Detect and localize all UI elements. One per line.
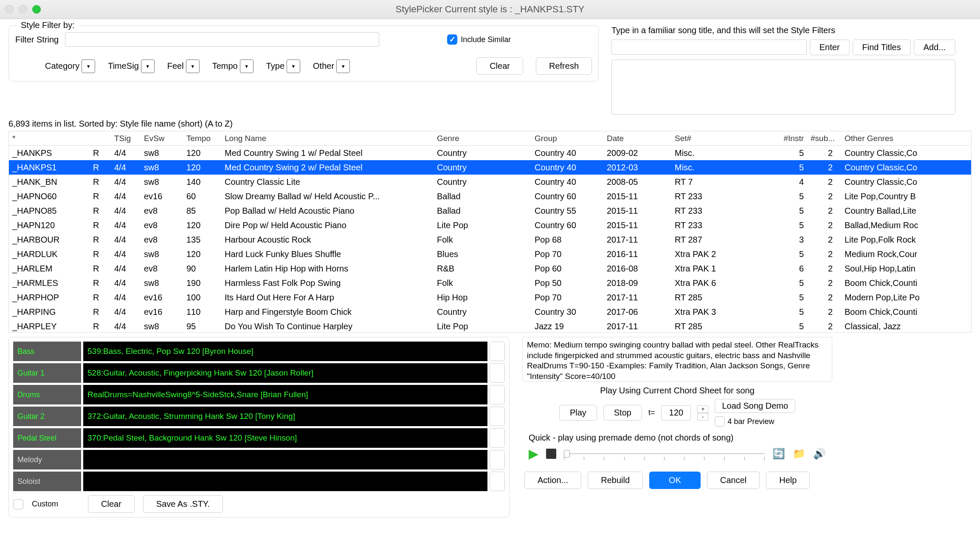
cancel-button[interactable]: Cancel: [707, 472, 760, 489]
include-similar-checkbox[interactable]: [447, 34, 457, 45]
table-row[interactable]: _HARPHOPR4/4ev16100Its Hard Out Here For…: [9, 290, 971, 305]
four-bar-checkbox[interactable]: [715, 416, 725, 427]
feel-dropdown[interactable]: [186, 59, 200, 73]
save-as-sty-button[interactable]: Save As .STY.: [143, 495, 223, 513]
track-value[interactable]: [83, 472, 487, 491]
song-title-input[interactable]: [611, 40, 807, 55]
song-results-textarea[interactable]: [611, 59, 955, 115]
play-current-label: Play Using Current Chord Sheet for song: [522, 386, 832, 396]
table-row[interactable]: _HANKPS1R4/4sw8120Med Country Swing 2 w/…: [9, 160, 971, 175]
folder-icon[interactable]: 📁: [793, 448, 805, 460]
table-row[interactable]: _HARPLEYR4/4sw895Do You Wish To Continue…: [9, 319, 971, 333]
tempo-input[interactable]: [661, 405, 691, 421]
table-row[interactable]: _HARBOURR4/4ev8135Harbour Acoustic RockF…: [9, 232, 971, 247]
track-row: Guitar 2372:Guitar, Acoustic, Strumming …: [13, 407, 505, 426]
track-label[interactable]: Guitar 1: [13, 363, 81, 383]
four-bar-label: 4 bar Preview: [727, 417, 774, 426]
ok-button[interactable]: OK: [649, 472, 701, 489]
table-row[interactable]: _HAPNO85R4/4ev885Pop Ballad w/ Held Acou…: [9, 204, 971, 218]
table-row[interactable]: _HARDLUKR4/4sw8120Hard Luck Funky Blues …: [9, 247, 971, 261]
play-icon[interactable]: ▶: [529, 446, 538, 461]
category-dropdown[interactable]: [82, 59, 95, 73]
track-value[interactable]: 370:Pedal Steel, Background Hank Sw 120 …: [83, 428, 487, 448]
table-row[interactable]: _HAPNO60R4/4ev1660Slow Dreamy Ballad w/ …: [9, 189, 971, 204]
track-row: Pedal Steel370:Pedal Steel, Background H…: [13, 428, 505, 448]
track-box[interactable]: [490, 472, 505, 491]
find-titles-button[interactable]: Find Titles: [853, 40, 911, 55]
stop-icon[interactable]: [546, 449, 556, 459]
track-label[interactable]: Bass: [13, 342, 81, 361]
tempo-up-button[interactable]: +: [697, 405, 708, 413]
table-row[interactable]: _HANK_BNR4/4sw8140Country Classic LiteCo…: [9, 175, 971, 189]
tempo-dropdown[interactable]: [240, 59, 253, 73]
refresh-button[interactable]: Refresh: [536, 57, 592, 75]
track-box[interactable]: [490, 407, 505, 426]
track-label[interactable]: Guitar 2: [13, 407, 81, 426]
add-button[interactable]: Add...: [914, 40, 955, 55]
track-label[interactable]: Soloist: [13, 472, 81, 491]
song-hint: Type in a familiar song title, and this …: [611, 25, 955, 35]
track-label[interactable]: Drums: [13, 385, 81, 404]
col-group[interactable]: Group: [531, 134, 603, 143]
table-row[interactable]: _HARMLESR4/4sw8190Harmless Fast Folk Pop…: [9, 276, 971, 290]
filter-string-input[interactable]: [65, 32, 379, 47]
col-tempo[interactable]: Tempo: [183, 134, 221, 143]
col-evsw[interactable]: EvSw: [141, 134, 183, 143]
track-value[interactable]: 528:Guitar, Acoustic, Fingerpicking Hank…: [83, 363, 487, 383]
custom-label: Custom: [32, 500, 58, 509]
track-row: Guitar 1528:Guitar, Acoustic, Fingerpick…: [13, 363, 505, 383]
speaker-icon[interactable]: 🔊: [813, 448, 826, 460]
stop-button[interactable]: Stop: [603, 405, 642, 421]
table-body[interactable]: _HANKPSR4/4sw8120Med Country Swing 1 w/ …: [9, 146, 971, 333]
action-button[interactable]: Action...: [524, 472, 581, 489]
track-box[interactable]: [490, 450, 505, 469]
clear-filter-button[interactable]: Clear: [476, 57, 523, 75]
rebuild-button[interactable]: Rebuild: [588, 472, 643, 489]
minimize-window-icon[interactable]: [19, 5, 27, 14]
col-long[interactable]: Long Name: [221, 134, 434, 143]
table-header[interactable]: * TSig EvSw Tempo Long Name Genre Group …: [9, 131, 971, 146]
song-title-panel: Type in a familiar song title, and this …: [611, 25, 955, 117]
tempo-down-button[interactable]: -: [697, 413, 708, 421]
col-date[interactable]: Date: [603, 134, 671, 143]
other-dropdown[interactable]: [336, 59, 350, 73]
enter-button[interactable]: Enter: [810, 40, 850, 55]
play-button[interactable]: Play: [559, 405, 597, 421]
col-tsig[interactable]: TSig: [111, 134, 141, 143]
track-label[interactable]: Pedal Steel: [13, 428, 81, 448]
filter-legend: Style Filter by:: [17, 20, 78, 30]
col-instr[interactable]: #Instr: [773, 134, 807, 143]
filter-string-label: Filter String: [15, 35, 59, 45]
track-value[interactable]: RealDrums=NashvilleSwing8^5-SideStck,Sna…: [83, 385, 487, 404]
maximize-window-icon[interactable]: [32, 5, 41, 14]
col-genre[interactable]: Genre: [434, 134, 531, 143]
table-row[interactable]: _HAPN120R4/4ev8120Dire Pop w/ Held Acous…: [9, 218, 971, 232]
playback-slider[interactable]: [564, 447, 765, 460]
col-name[interactable]: *: [9, 134, 90, 143]
custom-checkbox[interactable]: [13, 499, 23, 509]
track-label[interactable]: Melody: [13, 450, 81, 469]
close-window-icon[interactable]: [5, 5, 14, 14]
col-set[interactable]: Set#: [671, 134, 773, 143]
track-value[interactable]: 372:Guitar, Acoustic, Strumming Hank Sw …: [83, 407, 487, 426]
clear-tracks-button[interactable]: Clear: [88, 495, 135, 513]
track-box[interactable]: [490, 363, 505, 383]
track-value[interactable]: 539:Bass, Electric, Pop Sw 120 [Byron Ho…: [83, 342, 487, 361]
track-box[interactable]: [490, 385, 505, 404]
table-row[interactable]: _HARLEMR4/4ev890Harlem Latin Hip Hop wit…: [9, 261, 971, 276]
other-label: Other: [313, 61, 334, 71]
timesig-dropdown[interactable]: [141, 59, 155, 73]
category-label: Category: [45, 61, 79, 71]
loop-icon[interactable]: 🔄: [772, 448, 785, 460]
col-sub[interactable]: #sub...: [807, 134, 841, 143]
col-other[interactable]: Other Genres: [841, 134, 943, 143]
track-box[interactable]: [490, 428, 505, 448]
type-dropdown[interactable]: [287, 59, 300, 73]
window-title: StylePicker Current style is : _HANKPS1.…: [395, 4, 584, 15]
load-song-demo-button[interactable]: Load Song Demo: [715, 399, 795, 413]
track-box[interactable]: [490, 342, 505, 361]
track-value[interactable]: [83, 450, 487, 469]
table-row[interactable]: _HARPINGR4/4ev16110Harp and Fingerstyle …: [9, 305, 971, 319]
help-button[interactable]: Help: [766, 472, 810, 489]
table-row[interactable]: _HANKPSR4/4sw8120Med Country Swing 1 w/ …: [9, 146, 971, 160]
